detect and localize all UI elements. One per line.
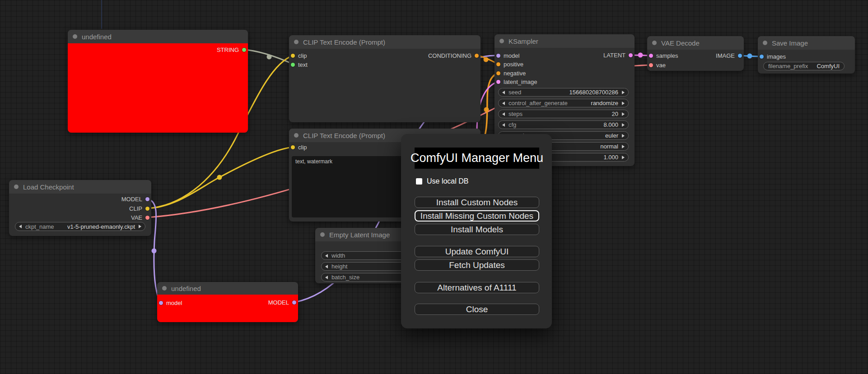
increment-arrow-icon[interactable] (622, 102, 625, 105)
node-save-image[interactable]: Save Image images filename_prefix ComfyU… (758, 36, 855, 74)
slot-dot[interactable] (475, 54, 479, 58)
collapse-dot-icon[interactable] (763, 41, 767, 45)
install-custom-nodes-button[interactable]: Install Custom Nodes (415, 197, 539, 208)
decrement-arrow-icon[interactable] (502, 123, 505, 127)
collapse-dot-icon[interactable] (294, 40, 299, 44)
fetch-updates-button[interactable]: Fetch Updates (415, 259, 539, 271)
node-title: KSampler (509, 37, 538, 45)
slot-dot[interactable] (496, 80, 500, 84)
output-slot-image[interactable]: IMAGE (716, 51, 742, 60)
output-slot-latent[interactable]: LATENT (603, 51, 633, 59)
node-title-bar[interactable]: Save Image (758, 36, 855, 50)
collapse-dot-icon[interactable] (652, 41, 657, 45)
use-local-db-row[interactable]: Use local DB (416, 177, 468, 185)
widget-filename-prefix[interactable]: filename_prefix ComfyUI (763, 62, 845, 70)
slot-dot[interactable] (629, 53, 633, 57)
node-undefined-bottom[interactable]: undefined model MODEL (157, 282, 298, 322)
slot-dot[interactable] (292, 300, 296, 305)
widget-cfg[interactable]: cfg 8.000 (498, 120, 629, 129)
increment-arrow-icon[interactable] (622, 134, 625, 138)
decrement-arrow-icon[interactable] (325, 276, 328, 279)
node-title-bar[interactable]: undefined (68, 30, 248, 43)
input-slot-positive[interactable]: positive (496, 60, 523, 68)
widget-steps[interactable]: steps 20 (498, 110, 629, 118)
decrement-arrow-icon[interactable] (502, 102, 505, 105)
collapse-dot-icon[interactable] (320, 232, 325, 237)
input-slot-vae[interactable]: vae (649, 61, 666, 69)
slot-dot[interactable] (291, 54, 295, 58)
input-slot-model[interactable]: model (159, 299, 182, 307)
increment-arrow-icon[interactable] (622, 91, 625, 94)
collapse-dot-icon[interactable] (162, 286, 167, 291)
slot-dot[interactable] (145, 197, 149, 201)
input-slot-images[interactable]: images (760, 52, 786, 60)
collapse-dot-icon[interactable] (294, 133, 299, 138)
increment-arrow-icon[interactable] (622, 156, 625, 159)
install-models-button[interactable]: Install Models (415, 224, 539, 235)
node-title-bar[interactable]: Load Checkpoint (9, 180, 151, 194)
node-title-bar[interactable]: undefined (157, 282, 298, 295)
decrement-arrow-icon[interactable] (325, 254, 328, 258)
node-title: VAE Decode (661, 39, 700, 47)
input-slot-samples[interactable]: samples (649, 51, 678, 60)
node-load-checkpoint[interactable]: Load Checkpoint MODEL CLIP VAE ckpt_name… (9, 180, 151, 236)
node-undefined-top[interactable]: undefined STRING (68, 30, 248, 133)
widget-control-after-generate[interactable]: control_after_generate randomize (498, 99, 629, 107)
slot-dot[interactable] (649, 63, 653, 67)
decrement-arrow-icon[interactable] (502, 112, 505, 116)
slot-dot[interactable] (291, 145, 295, 149)
output-slot-model[interactable]: MODEL (121, 195, 149, 203)
next-arrow-icon[interactable] (139, 225, 141, 228)
slot-dot[interactable] (291, 63, 295, 67)
wire-dot (152, 249, 157, 254)
decrement-arrow-icon[interactable] (325, 265, 328, 268)
input-slot-latent-image[interactable]: latent_image (496, 78, 537, 86)
node-graph-canvas[interactable]: undefined STRING CLIP Text Encode (Promp… (0, 0, 868, 374)
slot-dot[interactable] (496, 54, 500, 58)
alternatives-of-a1111-button[interactable]: Alternatives of A1111 (415, 282, 539, 293)
output-slot-conditioning[interactable]: CONDITIONING (428, 51, 479, 60)
widget-ckpt-name[interactable]: ckpt_name v1-5-pruned-emaonly.ckpt (15, 222, 145, 231)
widget-seed[interactable]: seed 156680208700286 (498, 88, 629, 97)
input-slot-clip[interactable]: clip (291, 143, 307, 151)
node-clip-text-encode-1[interactable]: CLIP Text Encode (Prompt) clip text COND… (289, 35, 481, 122)
node-title-bar[interactable]: VAE Decode (647, 36, 744, 50)
output-slot-vae[interactable]: VAE (131, 213, 149, 222)
increment-arrow-icon[interactable] (622, 145, 625, 148)
slot-dot[interactable] (738, 54, 742, 58)
slot-dot[interactable] (760, 55, 764, 59)
increment-arrow-icon[interactable] (622, 112, 625, 116)
node-title-bar[interactable]: CLIP Text Encode (Prompt) (289, 35, 481, 49)
decrement-arrow-icon[interactable] (502, 91, 505, 94)
node-title-bar[interactable]: KSampler (495, 34, 635, 48)
node-title: Empty Latent Image (329, 231, 390, 239)
node-title: undefined (171, 285, 201, 292)
input-slot-model[interactable]: model (496, 51, 519, 60)
update-comfyui-button[interactable]: Update ComfyUI (415, 246, 539, 257)
input-slot-text[interactable]: text (291, 60, 308, 69)
previous-arrow-icon[interactable] (19, 225, 22, 228)
slot-dot[interactable] (145, 207, 149, 211)
slot-dot[interactable] (496, 71, 500, 75)
slot-dot[interactable] (145, 216, 149, 220)
input-slot-negative[interactable]: negative (496, 69, 526, 77)
collapse-dot-icon[interactable] (499, 39, 504, 43)
install-missing-custom-nodes-button[interactable]: Install Missing Custom Nodes (415, 210, 539, 222)
slot-dot[interactable] (496, 62, 500, 66)
output-slot-string[interactable]: STRING (217, 46, 246, 54)
input-slot-clip[interactable]: clip (291, 51, 307, 60)
node-title: Load Checkpoint (23, 183, 74, 191)
wire-dot (267, 55, 272, 60)
slot-dot[interactable] (649, 54, 653, 58)
output-slot-clip[interactable]: CLIP (129, 204, 149, 212)
use-local-db-checkbox[interactable] (416, 178, 422, 185)
comfyui-manager-dialog: ComfyUI Manager Menu Use local DB Instal… (401, 134, 552, 328)
node-vae-decode[interactable]: VAE Decode samples vae IMAGE (647, 36, 744, 71)
slot-dot[interactable] (159, 301, 163, 305)
collapse-dot-icon[interactable] (14, 185, 19, 189)
slot-dot[interactable] (242, 48, 246, 52)
output-slot-model[interactable]: MODEL (268, 298, 296, 306)
collapse-dot-icon[interactable] (73, 34, 77, 39)
increment-arrow-icon[interactable] (622, 123, 625, 127)
close-button[interactable]: Close (415, 304, 539, 315)
